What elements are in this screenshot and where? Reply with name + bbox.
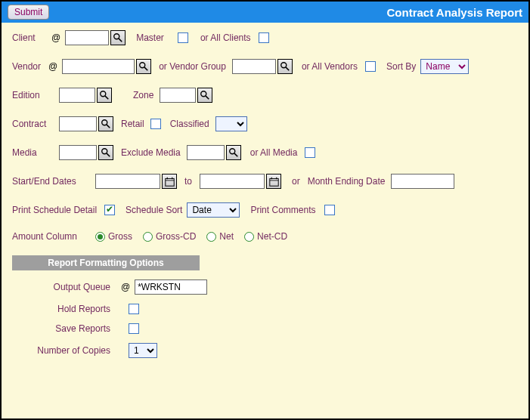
at-symbol: @	[121, 282, 130, 292]
classified-label: Classified	[170, 119, 209, 129]
contract-label: Contract	[12, 119, 53, 129]
start-date-input[interactable]	[95, 174, 160, 189]
print-comments-checkbox[interactable]	[324, 205, 335, 215]
net-radio[interactable]	[206, 232, 216, 242]
vendor-lookup-icon[interactable]	[136, 59, 151, 74]
net-cd-radio[interactable]	[244, 232, 254, 242]
hold-reports-label: Hold Reports	[12, 304, 118, 314]
dates-row: Start/End Dates to or Month Ending Date	[12, 174, 518, 189]
sort-by-select[interactable]: Name	[420, 59, 469, 74]
page-title: Contract Analysis Report	[387, 6, 522, 19]
app-window: Submit Contract Analysis Report Client @…	[0, 0, 530, 420]
exclude-media-input[interactable]	[187, 145, 225, 160]
start-end-label: Start/End Dates	[12, 176, 88, 187]
contract-lookup-icon[interactable]	[98, 116, 113, 131]
media-input[interactable]	[59, 145, 97, 160]
at-symbol: @	[51, 32, 60, 43]
svg-line-15	[234, 153, 237, 156]
output-queue-row: Output Queue @	[12, 279, 518, 295]
svg-point-4	[281, 63, 287, 68]
vendor-group-lookup-icon[interactable]	[277, 59, 293, 74]
gross-cd-radio[interactable]	[143, 232, 153, 242]
to-label: to	[184, 176, 192, 187]
start-date-calendar-icon[interactable]	[162, 174, 177, 189]
gross-label: Gross	[108, 231, 132, 242]
svg-line-11	[107, 125, 110, 128]
exclude-media-lookup-icon[interactable]	[226, 145, 241, 160]
save-reports-checkbox[interactable]	[129, 323, 139, 334]
copies-select[interactable]: 1	[129, 343, 157, 358]
svg-point-12	[102, 149, 107, 154]
end-date-calendar-icon[interactable]	[266, 174, 281, 189]
svg-point-2	[140, 63, 145, 68]
all-vendors-label: or All Vendors	[302, 61, 358, 72]
client-label: Client	[12, 32, 48, 43]
all-vendors-checkbox[interactable]	[365, 61, 376, 72]
media-row: Media Exclude Media or All Media	[12, 145, 518, 160]
svg-point-10	[102, 120, 107, 125]
submit-button[interactable]: Submit	[8, 5, 49, 20]
report-formatting-header: Report Formatting Options	[12, 255, 200, 270]
zone-input[interactable]	[160, 88, 196, 103]
svg-line-3	[144, 67, 147, 70]
at-symbol: @	[48, 61, 57, 72]
print-detail-checkbox[interactable]	[104, 205, 115, 215]
contract-row: Contract Retail Classified	[12, 116, 518, 131]
amount-label: Amount Column	[12, 231, 88, 242]
net-label: Net	[219, 231, 234, 242]
all-media-label: or All Media	[250, 147, 298, 158]
master-checkbox[interactable]	[178, 32, 188, 43]
net-cd-label: Net-CD	[257, 231, 287, 242]
month-ending-input[interactable]	[391, 174, 454, 189]
svg-rect-16	[165, 178, 173, 186]
all-media-checkbox[interactable]	[305, 147, 315, 158]
schedule-sort-label: Schedule Sort	[126, 205, 182, 215]
hold-reports-row: Hold Reports	[12, 304, 518, 314]
save-reports-row: Save Reports	[12, 323, 518, 334]
edition-lookup-icon[interactable]	[97, 88, 112, 103]
print-comments-label: Print Comments	[250, 205, 315, 215]
output-queue-input[interactable]	[135, 279, 207, 295]
vendor-group-input[interactable]	[232, 59, 276, 74]
svg-rect-20	[269, 178, 277, 186]
client-lookup-icon[interactable]	[110, 30, 126, 45]
svg-line-13	[107, 153, 110, 156]
retail-checkbox[interactable]	[150, 119, 161, 129]
media-lookup-icon[interactable]	[98, 145, 113, 160]
hold-reports-checkbox[interactable]	[129, 304, 139, 314]
media-label: Media	[12, 147, 42, 158]
month-ending-label: Month Ending Date	[308, 176, 386, 187]
all-clients-checkbox[interactable]	[259, 32, 269, 43]
svg-point-6	[101, 91, 106, 97]
gross-radio[interactable]	[95, 232, 105, 242]
copies-label: Number of Copies	[12, 345, 118, 356]
zone-lookup-icon[interactable]	[197, 88, 212, 103]
client-input[interactable]	[65, 30, 109, 45]
schedule-row: Print Schedule Detail Schedule Sort Date…	[12, 202, 518, 218]
contract-input[interactable]	[59, 116, 97, 131]
gross-cd-label: Gross-CD	[156, 231, 196, 242]
vendor-input[interactable]	[62, 59, 135, 74]
svg-point-14	[229, 149, 234, 154]
schedule-sort-select[interactable]: Date	[187, 202, 240, 218]
vendor-label: Vendor	[12, 61, 45, 72]
all-clients-label: or All Clients	[200, 32, 251, 43]
form: Client @ Master or All Clients Vendor @	[2, 23, 528, 363]
master-label: Master	[136, 32, 164, 43]
print-detail-label: Print Schedule Detail	[12, 205, 97, 215]
exclude-media-label: Exclude Media	[121, 147, 181, 158]
client-row: Client @ Master or All Clients	[12, 30, 518, 45]
header: Submit Contract Analysis Report	[2, 2, 528, 23]
vendor-group-label: or Vendor Group	[159, 61, 226, 72]
svg-line-9	[206, 96, 209, 99]
svg-point-0	[114, 34, 119, 39]
vendor-row: Vendor @ or Vendor Group or All Vendors …	[12, 59, 518, 74]
copies-row: Number of Copies 1	[12, 343, 518, 358]
svg-point-8	[201, 91, 206, 97]
edition-row: Edition Zone	[12, 88, 518, 103]
sort-by-label: Sort By	[386, 61, 416, 72]
classified-select[interactable]	[215, 116, 247, 131]
edition-input[interactable]	[59, 88, 95, 103]
zone-label: Zone	[133, 90, 153, 100]
end-date-input[interactable]	[200, 174, 265, 189]
